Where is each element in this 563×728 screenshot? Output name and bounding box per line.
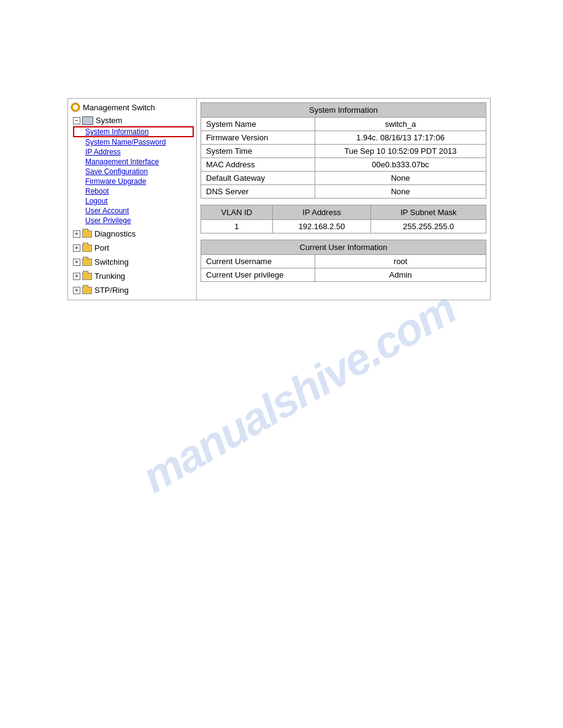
table-row: Default Gateway None bbox=[201, 172, 486, 185]
system-time-label: System Time bbox=[201, 145, 315, 158]
port-label: Port bbox=[94, 243, 109, 252]
sidebar-item-firmware-upgrade[interactable]: Firmware Upgrade bbox=[73, 176, 194, 186]
diagnostics-header: + Diagnostics bbox=[73, 228, 194, 240]
user-info-title: Current User Information bbox=[201, 240, 486, 255]
sidebar-item-user-account[interactable]: User Account bbox=[73, 206, 194, 216]
stp-ring-expand-icon[interactable]: + bbox=[73, 287, 80, 294]
sidebar-item-ip-address[interactable]: IP Address bbox=[73, 147, 194, 157]
table-row: System Time Tue Sep 10 10:52:09 PDT 2013 bbox=[201, 145, 486, 158]
management-switch-icon bbox=[71, 102, 80, 112]
system-section: − System System Information System Name/… bbox=[68, 113, 196, 227]
sidebar-item-management-interface[interactable]: Management Interface bbox=[73, 157, 194, 167]
port-header: + Port bbox=[73, 242, 194, 254]
vlan-row: 1 192.168.2.50 255.255.255.0 bbox=[201, 220, 486, 233]
table-row: Current Username root bbox=[201, 255, 486, 268]
system-info-title: System Information bbox=[201, 103, 486, 118]
port-section: + Port bbox=[68, 241, 196, 255]
firmware-version-value: 1.94c. 08/16/13 17:17:06 bbox=[315, 131, 486, 145]
table-row: Firmware Version 1.94c. 08/16/13 17:17:0… bbox=[201, 131, 486, 145]
diagnostics-section: + Diagnostics bbox=[68, 227, 196, 241]
vlan-table: VLAN ID IP Address IP Subnet Mask 1 192.… bbox=[201, 205, 486, 233]
trunking-label: Trunking bbox=[94, 271, 125, 281]
current-privilege-label: Current User privilege bbox=[201, 268, 315, 282]
stp-ring-folder-icon bbox=[82, 287, 92, 294]
system-expand-icon[interactable]: − bbox=[73, 117, 80, 124]
diagnostics-label: Diagnostics bbox=[94, 229, 136, 238]
watermark: manualshive.com bbox=[134, 283, 464, 502]
table-row: DNS Server None bbox=[201, 185, 486, 199]
system-info-table: System Information System Name switch_a … bbox=[201, 102, 486, 199]
port-expand-icon[interactable]: + bbox=[73, 245, 80, 252]
dns-server-label: DNS Server bbox=[201, 185, 315, 199]
table-row: System Name switch_a bbox=[201, 118, 486, 131]
stp-ring-header: + STP/Ring bbox=[73, 284, 194, 296]
table-row: Current User privilege Admin bbox=[201, 268, 486, 282]
sidebar-item-system-name-password[interactable]: System Name/Password bbox=[73, 137, 194, 147]
current-username-value: root bbox=[315, 255, 486, 268]
dns-server-value: None bbox=[315, 185, 486, 199]
system-name-label: System Name bbox=[201, 118, 315, 131]
sidebar-item-user-privilege[interactable]: User Privilege bbox=[73, 216, 194, 226]
ip-subnet-mask-header: IP Subnet Mask bbox=[371, 205, 486, 220]
trunking-expand-icon[interactable]: + bbox=[73, 273, 80, 280]
system-name-value: switch_a bbox=[315, 118, 486, 131]
trunking-header: + Trunking bbox=[73, 270, 194, 282]
default-gateway-value: None bbox=[315, 172, 486, 185]
switching-section: + Switching bbox=[68, 255, 196, 269]
trunking-section: + Trunking bbox=[68, 269, 196, 283]
content-panel: System Information System Name switch_a … bbox=[197, 99, 490, 300]
switching-folder-icon bbox=[82, 259, 92, 266]
diagnostics-expand-icon[interactable]: + bbox=[73, 230, 80, 238]
default-gateway-label: Default Gateway bbox=[201, 172, 315, 185]
port-folder-icon bbox=[82, 245, 92, 252]
vlan-ip-address-value: 192.168.2.50 bbox=[272, 220, 371, 233]
sidebar-item-reboot[interactable]: Reboot bbox=[73, 186, 194, 196]
svg-point-1 bbox=[73, 105, 78, 110]
user-info-table: Current User Information Current Usernam… bbox=[201, 240, 486, 282]
current-username-label: Current Username bbox=[201, 255, 315, 268]
switching-header: + Switching bbox=[73, 256, 194, 268]
switching-expand-icon[interactable]: + bbox=[73, 259, 80, 266]
sidebar-item-system-information[interactable]: System Information bbox=[73, 126, 194, 137]
table-row: MAC Address 00e0.b333.07bc bbox=[201, 158, 486, 172]
ip-address-header: IP Address bbox=[272, 205, 371, 220]
sidebar-root-label: Management Switch bbox=[83, 103, 155, 112]
current-privilege-value: Admin bbox=[315, 268, 486, 282]
mac-address-value: 00e0.b333.07bc bbox=[315, 158, 486, 172]
vlan-id-value: 1 bbox=[201, 220, 273, 233]
vlan-subnet-mask-value: 255.255.255.0 bbox=[371, 220, 486, 233]
mac-address-label: MAC Address bbox=[201, 158, 315, 172]
sidebar-item-save-configuration[interactable]: Save Configuration bbox=[73, 167, 194, 176]
stp-ring-section: + STP/Ring bbox=[68, 283, 196, 297]
diagnostics-folder-icon bbox=[82, 230, 92, 238]
switching-label: Switching bbox=[94, 257, 129, 267]
system-label: System bbox=[96, 116, 122, 125]
system-time-value: Tue Sep 10 10:52:09 PDT 2013 bbox=[315, 145, 486, 158]
trunking-folder-icon bbox=[82, 273, 92, 280]
vlan-id-header: VLAN ID bbox=[201, 205, 273, 220]
sidebar-root: Management Switch bbox=[68, 101, 196, 113]
firmware-version-label: Firmware Version bbox=[201, 131, 315, 145]
system-section-header: − System bbox=[73, 115, 194, 126]
computer-icon bbox=[82, 116, 93, 125]
sidebar: Management Switch − System System Inform… bbox=[68, 99, 197, 300]
main-container: Management Switch − System System Inform… bbox=[67, 98, 491, 300]
sidebar-item-logout[interactable]: Logout bbox=[73, 196, 194, 206]
stp-ring-label: STP/Ring bbox=[94, 286, 129, 295]
